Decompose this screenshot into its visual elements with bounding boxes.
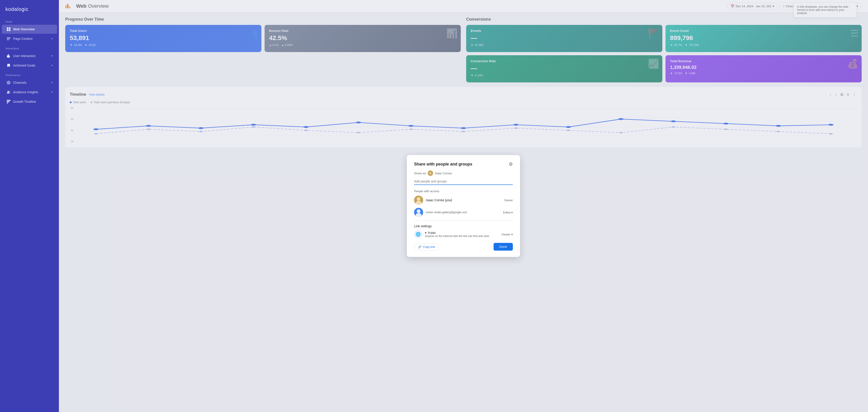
person-row-owner: Isaac Correa (you) Owner <box>414 196 513 204</box>
svg-rect-13 <box>8 100 9 101</box>
link-settings-title: Link settings <box>414 224 513 228</box>
editor-avatar <box>414 208 423 217</box>
page-content-label: Page Content <box>13 37 49 40</box>
grid-icon <box>6 27 11 31</box>
users-icon <box>6 90 11 94</box>
svg-point-10 <box>7 91 9 92</box>
modal-overlay: Share with people and groups ⚙ Share as … <box>59 0 868 412</box>
performance-section-label: Performance <box>0 70 59 78</box>
svg-rect-12 <box>7 100 8 101</box>
svg-rect-2 <box>7 29 8 31</box>
svg-rect-6 <box>7 40 9 40</box>
hand-icon <box>6 54 11 58</box>
owner-info: Isaac Correa (you) <box>426 198 501 202</box>
modal-title: Share with people and groups <box>414 162 472 167</box>
svg-point-9 <box>8 83 9 83</box>
globe-icon: 🌐 <box>414 230 422 239</box>
settings-icon[interactable]: ⚙ <box>509 161 513 167</box>
chevron-public-icon: ▾ <box>425 231 427 234</box>
copy-link-button[interactable]: 🔗 Copy link <box>414 243 439 250</box>
sidebar-item-achieved-goals[interactable]: Achieved Goals ▾ <box>2 61 57 70</box>
link-status-header: ▾ Public <box>425 231 499 234</box>
web-overview-label: Web Overview <box>13 27 53 31</box>
owner-name: Isaac Correa (you) <box>426 198 501 202</box>
people-access-title: People with access <box>414 189 513 193</box>
modal-footer: 🔗 Copy link Done <box>414 243 513 251</box>
achieved-goals-label: Achieved Goals <box>13 64 49 67</box>
sidebar-item-channels[interactable]: Channels ▾ <box>2 78 57 87</box>
modal-header: Share with people and groups ⚙ <box>414 161 513 167</box>
target-icon <box>6 81 11 85</box>
sidebar-logo: kodalogic <box>0 0 59 17</box>
svg-rect-15 <box>7 101 8 102</box>
chevron-viewer-icon: ▾ <box>511 233 513 236</box>
svg-point-11 <box>9 91 10 92</box>
chevron-right-icon2: ▾ <box>51 64 53 67</box>
modal-share-as: Share as IC Isaac Correa <box>414 170 513 176</box>
svg-rect-0 <box>7 27 8 29</box>
owner-avatar <box>414 196 423 204</box>
audience-insights-label: Audience Insights <box>13 90 49 94</box>
svg-rect-14 <box>9 100 10 101</box>
lines-icon <box>6 36 11 41</box>
sidebar: kodalogic Home Web Overview Page Content… <box>0 0 59 412</box>
svg-point-53 <box>417 197 421 201</box>
sidebar-item-user-interaction[interactable]: User Interaction ▾ <box>2 52 57 60</box>
svg-rect-17 <box>7 102 8 103</box>
growth-timeline-label: Growth Timeline <box>13 100 53 103</box>
chevron-editor-icon: ▾ <box>511 211 513 214</box>
svg-rect-16 <box>8 101 9 102</box>
share-search-input[interactable] <box>414 178 513 185</box>
editor-role-button[interactable]: Editor ▾ <box>503 211 513 214</box>
user-interaction-label: User Interaction <box>13 54 49 58</box>
chevron-down-icon: ▾ <box>51 37 53 40</box>
person-row-editor: looker-studio-gallery@google.com Editor … <box>414 208 513 217</box>
sidebar-item-page-content[interactable]: Page Content ▾ <box>2 34 57 43</box>
svg-rect-3 <box>9 29 10 31</box>
svg-rect-4 <box>7 37 10 38</box>
share-as-avatar: IC <box>428 170 433 176</box>
svg-rect-5 <box>7 38 10 39</box>
link-status-desc: Anyone on the internet with the link can… <box>425 234 499 238</box>
sidebar-home-label: Home <box>0 17 59 25</box>
share-modal: Share with people and groups ⚙ Share as … <box>407 155 520 257</box>
editor-email: looker-studio-gallery@google.com <box>426 211 500 214</box>
chevron-right-icon4: ▾ <box>51 91 53 94</box>
link-icon: 🔗 <box>418 245 422 249</box>
interactions-section-label: Interactions <box>0 43 59 51</box>
viewer-role-button[interactable]: Viewer ▾ <box>501 233 513 236</box>
sidebar-item-web-overview[interactable]: Web Overview <box>2 25 57 34</box>
link-settings-row: 🌐 ▾ Public Anyone on the internet with t… <box>414 230 513 239</box>
owner-role: Owner <box>504 198 513 202</box>
grid2-icon <box>6 99 11 104</box>
sidebar-item-audience-insights[interactable]: Audience Insights ▾ <box>2 88 57 97</box>
editor-info: looker-studio-gallery@google.com <box>426 211 500 214</box>
bookmark-icon <box>6 63 11 68</box>
sidebar-item-growth-timeline[interactable]: Growth Timeline <box>2 97 57 106</box>
link-status: ▾ Public Anyone on the internet with the… <box>425 231 499 238</box>
share-as-name: Isaac Correa <box>435 171 452 175</box>
chevron-right-icon: ▾ <box>51 54 53 58</box>
share-as-label: Share as <box>414 171 426 175</box>
chevron-right-icon3: ▾ <box>51 81 53 84</box>
svg-point-56 <box>417 210 421 213</box>
main-area: Web Overview 📅 Dec 14, 2024 - Jan 10, 20… <box>59 0 868 412</box>
channels-label: Channels <box>13 81 49 85</box>
svg-rect-1 <box>9 27 10 29</box>
done-button[interactable]: Done <box>494 243 513 251</box>
